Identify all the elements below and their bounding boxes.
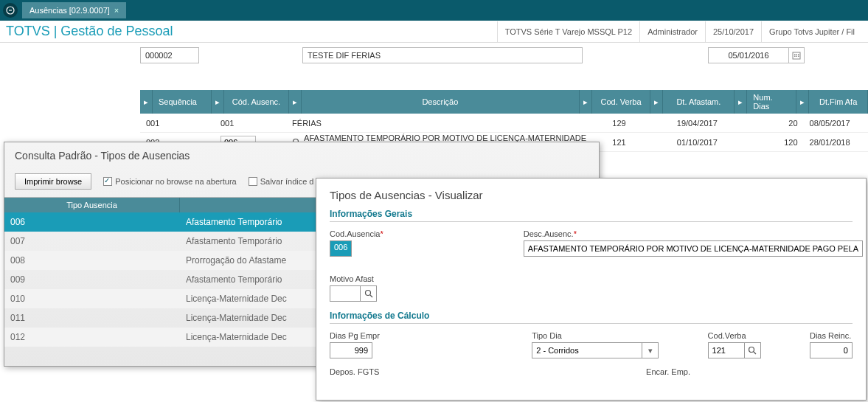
- label-cod-ausencia: Cod.Ausencia*: [330, 229, 383, 238]
- position-checkbox[interactable]: Posicionar no browse na abertura: [103, 177, 236, 186]
- section-calculo: Informações de Cálculo: [330, 311, 853, 324]
- col-dt-fim[interactable]: Dt.Fim Afa: [809, 90, 868, 114]
- col-num-dias[interactable]: Num. Dias: [747, 90, 796, 114]
- save-index-checkbox[interactable]: Salvar índice d: [249, 177, 314, 186]
- app-menu-icon[interactable]: [3, 3, 18, 18]
- col-cod-verba[interactable]: Cod. Verba: [592, 90, 651, 114]
- field-tipo-dia: Tipo Dia ▾: [532, 331, 659, 358]
- label-tipo-dia: Tipo Dia: [532, 331, 659, 340]
- header-user: Administrador: [639, 21, 705, 42]
- filter-code-field[interactable]: 000002: [140, 47, 199, 63]
- col-tipo-ausencia[interactable]: Tipo Ausencia: [4, 198, 180, 212]
- active-tab[interactable]: Ausências [02.9.0007] ×: [22, 2, 126, 18]
- svg-line-13: [754, 352, 756, 354]
- cell-tipo: 008: [4, 255, 180, 266]
- field-dias-pg-empr: Dias Pg Empr: [330, 331, 380, 358]
- field-desc-ausenc: Desc.Ausenc.*: [524, 229, 863, 266]
- form-row: Motivo Afast: [330, 274, 853, 302]
- field-encar-emp: Encar. Emp.: [646, 367, 690, 376]
- grid-arrow[interactable]: ▸: [650, 90, 663, 114]
- tab-title: Ausências [02.9.0007]: [29, 6, 110, 15]
- select-tipo-dia[interactable]: [532, 342, 642, 358]
- filter-row: 000002 TESTE DIF FERIAS 05/01/2016: [0, 43, 868, 68]
- cell-afast: 19/04/2017: [671, 119, 750, 128]
- calendar-icon[interactable]: [788, 47, 805, 63]
- label-dias-pg-empr: Dias Pg Empr: [330, 331, 380, 340]
- search-icon[interactable]: [361, 285, 377, 302]
- field-cod-verba: Cod.Verba: [708, 331, 761, 358]
- grid-row[interactable]: 001 001 FÉRIAS 129 19/04/2017 20 08/05/2…: [140, 114, 868, 133]
- label-cod-verba: Cod.Verba: [708, 331, 761, 340]
- save-index-label: Salvar índice d: [260, 177, 314, 186]
- cell-verba: 121: [606, 138, 670, 147]
- cell-tipo: 010: [4, 294, 180, 304]
- col-cod-ausenc[interactable]: Cód. Ausenc.: [224, 90, 289, 114]
- svg-rect-5: [794, 56, 796, 58]
- svg-line-11: [370, 295, 372, 297]
- cell-fim: 28/01/2018: [804, 138, 868, 147]
- input-cod-verba[interactable]: [708, 342, 745, 358]
- label-depos-fgts: Depos. FGTS: [330, 367, 379, 376]
- checkbox-icon: [103, 177, 112, 186]
- input-desc-ausenc[interactable]: [524, 240, 863, 257]
- detail-dialog: Tipos de Ausencias - Visualizar Informaç…: [316, 178, 867, 401]
- svg-rect-2: [794, 54, 796, 55]
- chevron-down-icon[interactable]: ▾: [642, 342, 659, 358]
- cell-tipo: 011: [4, 313, 180, 323]
- header-group: Grupo Totvs Jupiter / Fil: [761, 21, 862, 42]
- svg-point-10: [365, 291, 370, 296]
- header-info: TOTVS Série T Varejo MSSQL P12 Administr…: [497, 21, 862, 42]
- label-dias-reinc: Dias Reinc.: [810, 331, 853, 340]
- filter-date-field[interactable]: 05/01/2016: [708, 47, 789, 63]
- header-env: TOTVS Série T Varejo MSSQL P12: [497, 21, 639, 42]
- section-gerais: Informações Gerais: [330, 209, 853, 222]
- grid-arrow[interactable]: ▸: [796, 90, 809, 114]
- search-icon[interactable]: [745, 342, 761, 358]
- cell-verba: 129: [606, 119, 670, 128]
- col-descricao[interactable]: Descrição: [302, 90, 579, 114]
- field-motivo-afast: Motivo Afast: [330, 274, 377, 302]
- header-date: 25/10/2017: [705, 21, 761, 42]
- svg-rect-7: [798, 56, 799, 58]
- cell-cod: 001: [215, 119, 286, 128]
- grid-arrow[interactable]: ▸: [289, 90, 302, 114]
- form-row: Dias Pg Empr Tipo Dia ▾ Cod.Verba Dias R…: [330, 331, 853, 358]
- tab-bar: Ausências [02.9.0007] ×: [0, 0, 868, 21]
- col-sequencia[interactable]: Sequência: [153, 90, 212, 114]
- svg-rect-3: [796, 54, 798, 55]
- input-dias-pg-empr[interactable]: [330, 342, 372, 358]
- form-row: Cod.Ausencia* 006 Desc.Ausenc.* Tp.Ausen…: [330, 229, 853, 266]
- input-dias-reinc[interactable]: [810, 342, 853, 358]
- label-motivo-afast: Motivo Afast: [330, 274, 377, 283]
- detail-title: Tipos de Ausencias - Visualizar: [330, 189, 853, 201]
- app-title: TOTVS | Gestão de Pessoal: [6, 24, 497, 39]
- label-encar-emp: Encar. Emp.: [646, 367, 690, 376]
- cell-tipo: 009: [4, 274, 180, 285]
- grid-arrow[interactable]: ▸: [735, 90, 747, 114]
- cell-desc: FÉRIAS: [286, 119, 606, 128]
- grid-arrow[interactable]: ▸: [580, 90, 592, 114]
- cell-afast: 01/10/2017: [671, 138, 750, 147]
- field-cod-ausencia: Cod.Ausencia* 006: [330, 229, 383, 266]
- input-motivo-afast[interactable]: [330, 285, 361, 302]
- cell-tipo: 007: [4, 236, 180, 246]
- svg-rect-4: [798, 54, 799, 55]
- print-browse-button[interactable]: Imprimir browse: [15, 173, 91, 190]
- svg-rect-6: [796, 56, 798, 58]
- position-label: Posicionar no browse na abertura: [115, 177, 236, 186]
- cell-tipo: 006: [4, 217, 180, 227]
- filter-desc-field[interactable]: TESTE DIF FERIAS: [302, 47, 583, 63]
- close-icon[interactable]: ×: [114, 6, 119, 15]
- input-cod-ausencia[interactable]: 006: [330, 240, 352, 257]
- cell-tipo: 012: [4, 332, 180, 342]
- grid-arrow[interactable]: ▸: [212, 90, 224, 114]
- grid-arrow[interactable]: ▸: [140, 90, 153, 114]
- form-row: Depos. FGTS Encar. Emp.: [330, 367, 853, 376]
- col-dt-afastam[interactable]: Dt. Afastam.: [663, 90, 735, 114]
- label-desc-ausenc: Desc.Ausenc.*: [524, 229, 863, 238]
- lookup-title: Consulta Padrão - Tipos de Ausencias: [4, 142, 599, 169]
- checkbox-icon: [249, 177, 257, 186]
- cell-seq: 001: [140, 119, 215, 128]
- svg-point-12: [749, 347, 754, 353]
- field-dias-reinc: Dias Reinc.: [810, 331, 853, 358]
